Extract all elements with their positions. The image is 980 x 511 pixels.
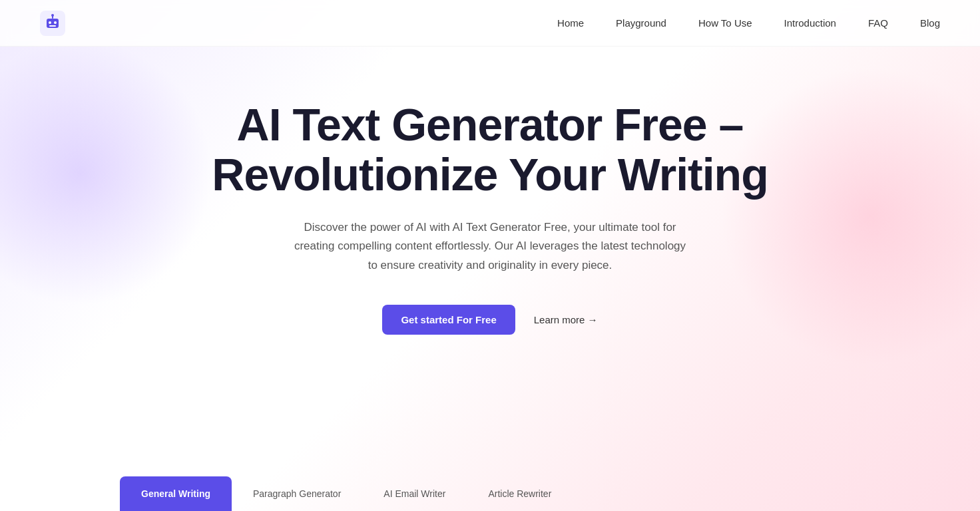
nav-item-home[interactable]: Home [557, 17, 584, 29]
get-started-button[interactable]: Get started For Free [382, 305, 515, 335]
nav-link-playground[interactable]: Playground [616, 17, 666, 29]
nav-item-how-to-use[interactable]: How To Use [698, 17, 752, 29]
logo-icon [40, 11, 65, 36]
svg-rect-2 [49, 21, 51, 24]
nav-item-introduction[interactable]: Introduction [784, 17, 836, 29]
svg-rect-4 [49, 25, 56, 27]
nav-item-blog[interactable]: Blog [920, 17, 940, 29]
hero-subtitle: Discover the power of AI with AI Text Ge… [290, 218, 690, 276]
nav-link-faq[interactable]: FAQ [868, 17, 888, 29]
svg-point-6 [51, 14, 54, 17]
nav-link-introduction[interactable]: Introduction [784, 17, 836, 29]
nav-links: Home Playground How To Use Introduction … [557, 17, 940, 29]
hero-title: AI Text Generator Free – Revolutionize Y… [190, 100, 790, 200]
tab-general-writing[interactable]: General Writing [120, 476, 232, 511]
tab-paragraph-generator[interactable]: Paragraph Generator [232, 476, 362, 511]
nav-link-blog[interactable]: Blog [920, 17, 940, 29]
tab-ai-email-writer[interactable]: AI Email Writer [362, 476, 467, 511]
svg-rect-3 [54, 21, 57, 24]
bottom-tabs: General Writing Paragraph Generator AI E… [0, 476, 980, 511]
logo[interactable] [40, 11, 65, 36]
learn-more-link[interactable]: Learn more → [534, 314, 598, 325]
nav-item-playground[interactable]: Playground [616, 17, 666, 29]
hero-cta-group: Get started For Free Learn more → [382, 305, 597, 335]
hero-section: AI Text Generator Free – Revolutionize Y… [0, 47, 980, 361]
nav-link-how-to-use[interactable]: How To Use [698, 17, 752, 29]
tab-article-rewriter[interactable]: Article Rewriter [467, 476, 573, 511]
nav-item-faq[interactable]: FAQ [868, 17, 888, 29]
navbar: Home Playground How To Use Introduction … [0, 0, 980, 47]
nav-link-home[interactable]: Home [557, 17, 584, 29]
